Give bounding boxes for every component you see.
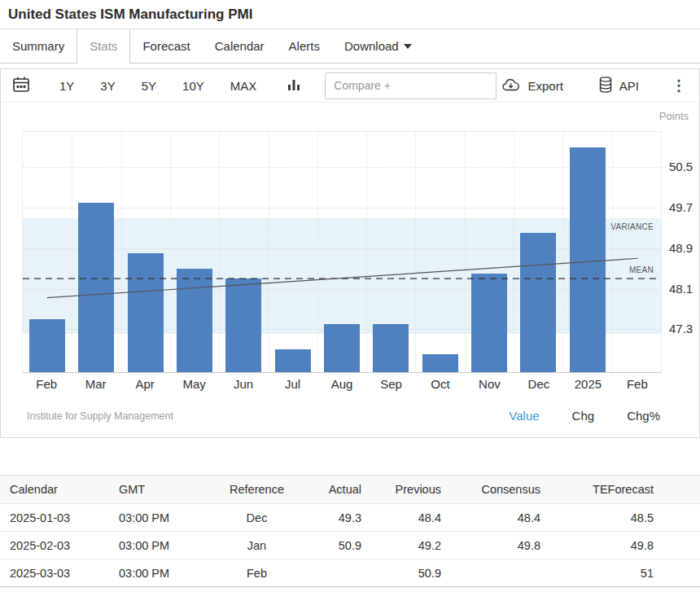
page-title: United States ISM Manufacturing PMI [8,7,692,23]
table-row[interactable]: 2025-03-03 03:00 PM Feb 50.9 51 [0,559,700,587]
cell-previous: 50.9 [373,559,453,587]
cell-reference: Jan [214,532,300,559]
x-axis-tick-label: Dec [514,377,563,391]
cell-teforecast: 49.8 [552,532,700,559]
chart-type-button[interactable] [286,77,302,95]
x-axis-tick-label: Oct [416,377,465,391]
tab-alerts[interactable]: Alerts [277,29,332,63]
cell-reference: Dec [214,504,300,532]
chart-area: Points VARIANCE MEAN 47.348.148.949.750.… [1,103,699,438]
cell-calendar: 2025-01-03 [0,504,118,532]
x-axis-tick-label: May [169,377,218,391]
x-axis-tick-label: Mar [71,377,120,391]
range-10y-button[interactable]: 10Y [177,78,209,94]
value-link[interactable]: Value [504,408,544,423]
cell-gmt: 03:00 PM [118,504,214,532]
cell-calendar: 2025-02-03 [0,532,118,559]
cell-actual [300,559,373,587]
cell-consensus: 49.8 [453,532,552,559]
bar-chart-icon [286,77,302,95]
tab-stats[interactable]: Stats [77,29,130,64]
chart-toolbar: 1Y 3Y 5Y 10Y MAX [1,69,699,103]
y-axis-unit-label: Points [659,110,689,122]
y-axis-tick-label: 47.3 [669,322,693,335]
cell-gmt: 03:00 PM [118,559,214,587]
cell-actual: 50.9 [300,532,373,559]
range-max-button[interactable]: MAX [225,78,262,94]
x-axis-labels: FebMarAprMayJunJulAugSepOctNovDec2025Feb [22,377,662,391]
range-1y-button[interactable]: 1Y [55,78,79,94]
col-header-gmt[interactable]: GMT [118,476,214,504]
calendar-icon [11,74,32,98]
tab-forecast[interactable]: Forecast [130,29,202,63]
cell-actual: 49.3 [300,504,373,532]
col-header-teforecast[interactable]: TEForecast [552,476,700,504]
tab-download-label: Download [344,39,399,53]
cell-reference: Feb [214,559,300,587]
kebab-menu-icon[interactable]: ⋮ [668,78,689,93]
cell-calendar: 2025-03-03 [0,559,118,587]
col-header-actual[interactable]: Actual [300,476,373,504]
chgpct-link[interactable]: Chg% [622,408,665,423]
x-axis-tick-label: Sep [366,377,415,391]
plot-area: VARIANCE MEAN [22,131,662,373]
chart-panel: 1Y 3Y 5Y 10Y MAX [0,68,700,438]
y-axis-labels: 47.348.148.949.750.5 [669,131,700,373]
cell-previous: 49.2 [373,532,453,559]
x-axis-tick-label: 2025 [563,377,612,391]
x-axis-tick-label: Apr [120,377,169,391]
tab-summary[interactable]: Summary [0,29,77,63]
variance-band-label: VARIANCE [610,222,654,231]
cell-consensus: 48.4 [453,504,552,532]
col-header-calendar[interactable]: Calendar [0,476,118,504]
col-header-consensus[interactable]: Consensus [453,476,552,504]
series-mode-links: Value Chg Chg% [504,408,665,423]
table-row[interactable]: 2025-01-03 03:00 PM Dec 49.3 48.4 48.4 4… [0,504,700,532]
cell-teforecast: 48.5 [552,504,700,532]
chg-link[interactable]: Chg [567,408,600,423]
y-axis-tick-label: 50.5 [669,160,693,173]
x-axis-tick-label: Jul [268,377,317,391]
api-label: API [619,79,639,93]
tab-download[interactable]: Download [332,29,424,63]
chart-source-attribution: Institute for Supply Management [27,410,173,422]
range-selector: 1Y 3Y 5Y 10Y MAX [46,78,269,94]
cloud-download-icon [501,77,522,95]
api-button[interactable]: API [593,75,644,97]
cell-consensus [453,559,552,587]
tab-bar: Summary Stats Forecast Calendar Alerts D… [0,29,700,64]
col-header-previous[interactable]: Previous [373,476,453,504]
export-button[interactable]: Export [497,76,567,96]
range-5y-button[interactable]: 5Y [137,78,161,94]
col-header-reference[interactable]: Reference [214,476,300,504]
x-axis-tick-label: Jun [219,377,268,391]
compare-input[interactable] [325,72,497,99]
y-axis-tick-label: 48.1 [669,281,693,295]
export-label: Export [527,79,562,93]
y-axis-tick-label: 48.9 [669,240,693,254]
table-row[interactable]: 2025-02-03 03:00 PM Jan 50.9 49.2 49.8 4… [0,532,700,559]
calendar-table: Calendar GMT Reference Actual Previous C… [0,475,700,587]
range-3y-button[interactable]: 3Y [95,78,120,94]
date-range-calendar-button[interactable] [11,74,32,98]
page-header: United States ISM Manufacturing PMI [0,0,700,29]
x-axis-tick-label: Feb [613,377,662,391]
tab-calendar[interactable]: Calendar [203,29,277,63]
mean-line-label: MEAN [629,265,654,274]
cell-previous: 48.4 [373,504,453,532]
table-header-row: Calendar GMT Reference Actual Previous C… [0,476,700,504]
toolbar-right-actions: Export API ⋮ [497,75,689,97]
chevron-down-icon [404,44,412,49]
x-axis-tick-label: Aug [317,377,366,391]
cell-gmt: 03:00 PM [118,532,214,559]
x-axis-tick-label: Nov [465,377,514,391]
y-axis-tick-label: 49.7 [669,200,693,214]
x-axis-tick-label: Feb [22,377,71,391]
mean-and-trend-lines [23,132,661,372]
cell-teforecast: 51 [552,559,700,587]
database-icon [597,76,614,96]
